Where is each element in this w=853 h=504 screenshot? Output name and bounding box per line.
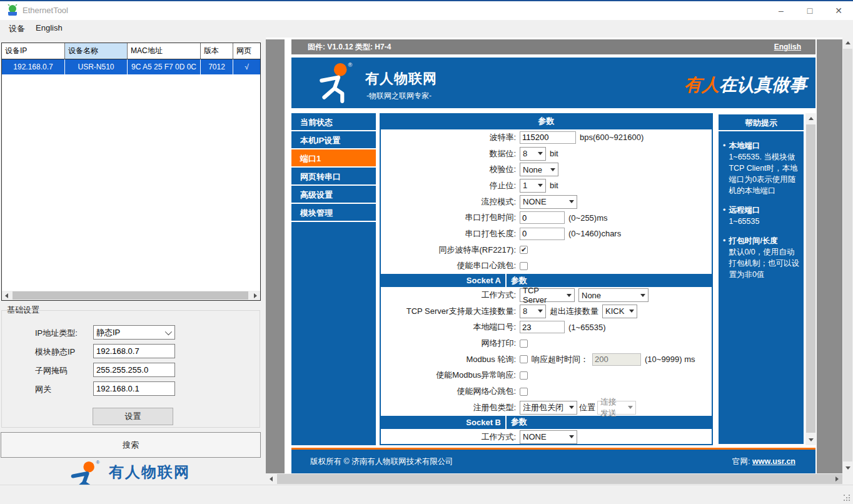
help-panel: 帮助提示 本地端口1~65535. 当模块做TCP Client时，本地端口为0… [717,113,805,445]
window-title: EthernetTool [23,6,68,15]
english-link[interactable]: English [774,39,801,54]
dropdown-arrow-icon [628,406,633,409]
databits-label: 数据位: [381,148,520,159]
regpkt-label: 注册包类型: [381,402,520,413]
modbus-exception-checkbox[interactable] [520,371,528,380]
nav-port1[interactable]: 端口1 [291,149,376,168]
cell-device-name[interactable]: USR-N510 [65,59,128,74]
scroll-up-icon[interactable] [805,113,816,124]
close-button[interactable]: ✕ [824,1,853,20]
menu-bar: 设备 English [0,20,853,38]
cell-device-ip[interactable]: 192.168.0.7 [2,59,65,74]
table-row[interactable]: 192.168.0.7 USR-N510 9C A5 25 F7 0D 0C 7… [2,59,260,74]
help-item: 打包时间/长度默认0/0，使用自动打包机制；也可以设置为非0值 [721,235,800,280]
cell-version[interactable]: 7012 [201,59,233,74]
net-heartbeat-label: 使能网络心跳包: [381,386,520,397]
menu-english[interactable]: English [36,23,63,33]
col-web[interactable]: 网页 [233,43,260,59]
scroll-down-icon[interactable] [842,463,853,473]
modbus-timeout-input[interactable] [592,353,641,366]
window-hscrollbar[interactable] [266,473,842,485]
nav-advanced[interactable]: 高级设置 [291,186,376,204]
localport-input[interactable] [520,321,565,333]
packtime-input[interactable] [520,211,565,224]
subnet-mask-input[interactable] [93,363,175,377]
workmode-b-select[interactable]: NONE [520,430,577,444]
serial-heartbeat-checkbox[interactable] [520,262,528,270]
regpkt-select[interactable]: 注册包关闭 [520,401,577,415]
stopbits-select[interactable]: 1 [520,179,546,193]
scroll-right-icon[interactable] [832,473,842,484]
content-vscroll-thumb[interactable] [806,124,815,433]
firmware-text: 固件: V1.0.12 类型: H7-4 [291,43,391,51]
net-heartbeat-checkbox[interactable] [520,388,528,396]
flow-label: 流控模式: [381,196,520,208]
ip-type-select[interactable]: 静态IP [93,325,175,340]
col-mac[interactable]: MAC地址 [128,43,201,59]
static-ip-input[interactable] [93,344,175,358]
scroll-up-icon[interactable] [842,38,853,48]
regpkt-pos-select[interactable]: 连接发送 [597,401,636,415]
dropdown-arrow-icon [569,435,574,438]
set-button[interactable]: 设置 [93,408,173,425]
menu-device[interactable]: 设备 [9,23,25,34]
flow-select[interactable]: NONE [520,195,577,209]
modbus-poll-checkbox[interactable] [520,355,528,363]
brand-title: 有人物联网 [365,69,437,88]
workmode-a-select[interactable]: TCP Server [520,288,575,302]
page-right-margin [817,39,842,473]
search-button[interactable]: 搜索 [1,432,261,458]
scroll-left-icon[interactable] [266,473,276,484]
nav-local-ip[interactable]: 本机IP设置 [291,131,376,149]
form-title: 参数 [380,113,713,129]
baud-input[interactable] [520,131,576,144]
parity-select[interactable]: None [520,163,558,176]
kick-select[interactable]: KICK [602,305,637,318]
window-vscroll-thumb[interactable] [843,49,852,461]
usr-site-link[interactable]: www.usr.cn [752,457,795,466]
socket-a-bar: Socket A参数 [381,274,712,287]
cell-mac[interactable]: 9C A5 25 F7 0D 0C [128,59,201,74]
resize-grip-icon[interactable] [844,495,852,503]
web-nav: 当前状态 本机IP设置 端口1 网页转串口 高级设置 模块管理 [291,113,376,445]
maximize-button[interactable]: □ [795,1,824,20]
stopbits-label: 停止位: [381,180,520,191]
netprint-checkbox[interactable] [520,340,528,348]
col-version[interactable]: 版本 [201,43,233,59]
window-vscrollbar[interactable] [842,38,853,473]
nav-web-to-serial[interactable]: 网页转串口 [291,168,376,186]
table-hscrollbar[interactable] [2,291,260,300]
usr-logo-title: 有人物联网 [109,462,196,482]
brand-slogan: 有人在认真做事 [684,73,807,97]
content-vscrollbar[interactable] [805,113,816,445]
minimize-button[interactable]: – [767,1,795,20]
col-device-ip[interactable]: 设备IP [2,43,65,59]
dropdown-arrow-icon [550,168,555,171]
nav-module-admin[interactable]: 模块管理 [291,204,376,222]
dropdown-arrow-icon [538,152,543,155]
netprint-label: 网络打印: [381,338,520,349]
scroll-right-icon[interactable] [251,291,260,300]
firmware-bar: 固件: V1.0.12 类型: H7-4 English [291,39,815,54]
packlen-label: 串口打包长度: [381,228,520,239]
web-header: ® 有人物联网 -物联网之联网专家- 有人在认真做事 [291,58,815,108]
dropdown-arrow-icon [640,294,645,297]
sync-baud-label: 同步波特率(RF2217): [381,244,520,256]
workmode-a-sub-select[interactable]: None [578,288,649,302]
table-hscroll-thumb[interactable] [13,291,248,300]
scroll-left-icon[interactable] [2,291,11,300]
help-title: 帮助提示 [719,114,804,131]
databits-select[interactable]: 8 [520,147,546,161]
serial-heartbeat-label: 使能串口心跳包: [381,260,520,271]
nav-current-status[interactable]: 当前状态 [291,113,376,131]
web-link-icon[interactable]: √ [233,59,260,74]
scroll-down-icon[interactable] [805,435,816,445]
baud-label: 波特率: [381,132,520,143]
packlen-input[interactable] [520,228,565,240]
window-hscroll-thumb[interactable] [277,474,853,484]
maxconn-select[interactable]: 8 [520,305,546,318]
col-device-name[interactable]: 设备名称 [65,43,128,59]
gateway-input[interactable] [93,381,175,396]
sync-baud-checkbox[interactable]: ✔ [520,246,528,254]
modbus-poll-label: Modbus 轮询: [381,354,520,365]
